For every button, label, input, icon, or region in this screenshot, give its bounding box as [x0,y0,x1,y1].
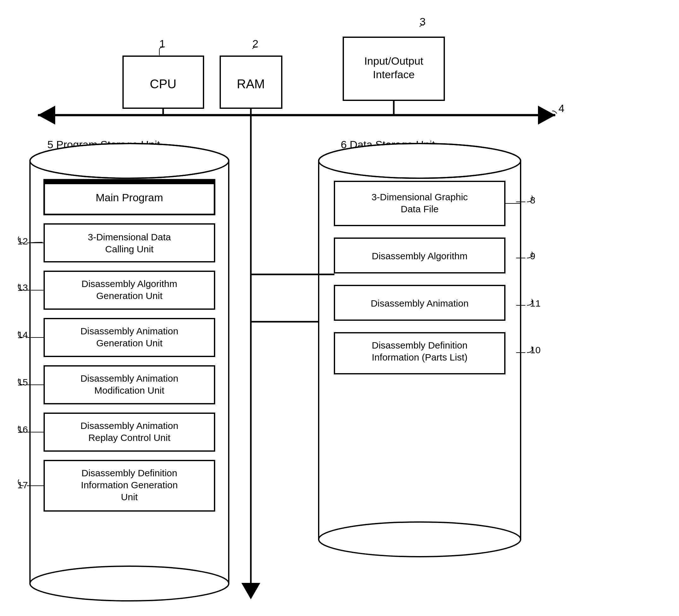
main-diagram-svg: 1 2 3 CPU RAM Input/Output Interface 4 [0,0,679,616]
ref-17: 17 [18,480,28,490]
svg-rect-26 [319,161,520,170]
svg-rect-19 [44,366,215,404]
disassembly-alg-gen-label-1: Disassembly Algorithm [82,278,177,289]
ref-15: 15 [18,377,28,387]
3d-calling-label-1: 3-Dimensional Data [88,232,171,242]
svg-rect-17 [44,271,215,309]
disassembly-anim-gen-label-1: Disassembly Animation [80,326,178,336]
ref-13: 13 [18,282,28,293]
ref-4: 4 [558,102,564,114]
disassembly-anim-replay-label-1: Disassembly Animation [80,420,178,431]
ref-10: 10 [530,345,541,355]
svg-rect-16 [44,224,215,262]
ref-14: 14 [18,330,28,340]
disassembly-def-info-label-2: Information (Parts List) [372,352,467,363]
3d-calling-label-2: Calling Unit [105,244,154,254]
svg-rect-12 [31,161,228,170]
disassembly-alg-label: Disassembly Algorithm [372,251,467,261]
io-label-2: Interface [373,68,415,80]
diagram: 1 2 3 CPU RAM Input/Output Interface 4 [0,0,679,616]
ref-8: 8 [530,195,536,205]
disassembly-anim-gen-label-2: Generation Unit [96,338,163,348]
svg-point-10 [30,566,229,601]
svg-rect-15 [44,180,215,184]
svg-rect-20 [44,413,215,451]
left-arrow [38,106,55,125]
svg-rect-18 [44,318,215,356]
ram-label: RAM [237,77,265,91]
disassembly-alg-gen-label-2: Generation Unit [96,290,163,301]
disassembly-def-gen-label-1: Disassembly Definition [82,468,177,478]
disassembly-anim-mod-label-2: Modification Unit [94,385,164,396]
disassembly-anim-replay-label-2: Replay Control Unit [88,433,171,443]
cpu-label: CPU [150,77,176,91]
ref-16: 16 [18,424,28,435]
disassembly-anim-mod-label-1: Disassembly Animation [80,373,178,383]
disassembly-def-gen-label-2: Information Generation [81,480,178,490]
3d-graphic-label-1: 3-Dimensional Graphic [371,192,467,202]
down-arrow [241,583,260,599]
io-label-1: Input/Output [364,55,423,67]
ref-9: 9 [530,251,536,261]
right-arrow [538,106,555,125]
svg-point-24 [319,522,521,557]
disassembly-def-info-label-1: Disassembly Definition [372,340,467,350]
disassembly-anim-label: Disassembly Animation [371,298,468,308]
disassembly-def-gen-label-3: Unit [121,492,138,502]
main-program-label: Main Program [96,192,163,203]
svg-rect-28 [334,181,505,226]
3d-graphic-label-2: Data File [401,204,439,214]
